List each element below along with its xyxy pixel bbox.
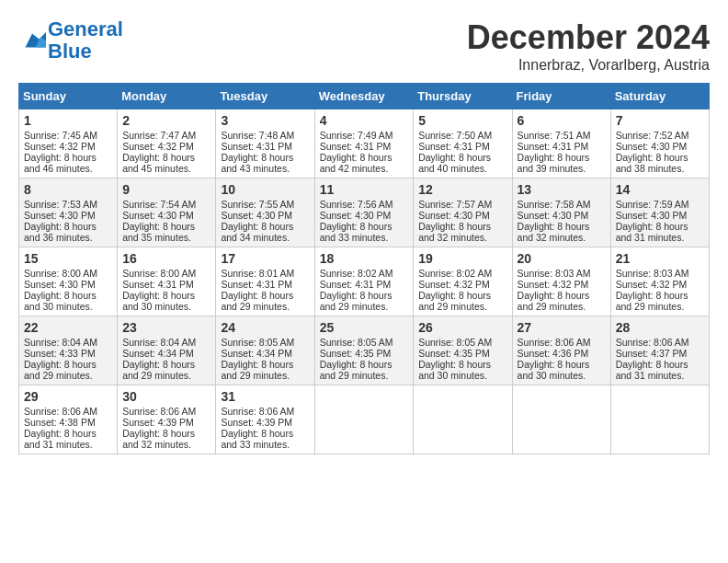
cell-line: Sunset: 4:32 PM [418, 279, 506, 290]
cell-line: Sunset: 4:37 PM [616, 348, 704, 359]
day-number: 31 [221, 389, 309, 404]
cell-line: Sunset: 4:30 PM [518, 210, 606, 221]
day-number: 28 [616, 320, 704, 335]
cell-line: Sunset: 4:32 PM [518, 279, 606, 290]
calendar-cell: 28Sunrise: 8:06 AMSunset: 4:37 PMDayligh… [610, 316, 709, 385]
day-number: 4 [320, 113, 409, 128]
cell-line: and 29 minutes. [616, 301, 704, 312]
cell-line: and 29 minutes. [320, 370, 409, 381]
day-number: 3 [221, 113, 309, 128]
calendar-cell: 22Sunrise: 8:04 AMSunset: 4:33 PMDayligh… [19, 316, 118, 385]
cell-line: Sunset: 4:32 PM [122, 141, 210, 152]
day-number: 8 [24, 182, 112, 197]
calendar-cell: 4Sunrise: 7:49 AMSunset: 4:31 PMDaylight… [314, 109, 414, 178]
day-number: 20 [518, 251, 606, 266]
calendar-cell: 19Sunrise: 8:02 AMSunset: 4:32 PMDayligh… [414, 247, 512, 316]
cell-line: Daylight: 8 hours [221, 152, 309, 163]
cell-line: and 32 minutes. [122, 439, 210, 450]
cell-line: Sunset: 4:32 PM [24, 141, 112, 152]
cell-line: Sunset: 4:31 PM [320, 279, 409, 290]
cell-line: Daylight: 8 hours [518, 152, 606, 163]
cell-line: and 45 minutes. [122, 163, 210, 174]
cell-line: Daylight: 8 hours [418, 359, 506, 370]
cell-line: Sunset: 4:31 PM [518, 141, 606, 152]
cell-line: Sunrise: 8:06 AM [122, 406, 210, 417]
calendar-cell: 2Sunrise: 7:47 AMSunset: 4:32 PMDaylight… [118, 109, 216, 178]
cell-line: Daylight: 8 hours [320, 290, 409, 301]
cell-line: Sunset: 4:30 PM [24, 279, 112, 290]
day-number: 2 [122, 113, 210, 128]
cell-line: Sunrise: 8:02 AM [320, 268, 409, 279]
cell-line: Daylight: 8 hours [518, 290, 606, 301]
day-number: 19 [418, 251, 506, 266]
calendar-cell: 10Sunrise: 7:55 AMSunset: 4:30 PMDayligh… [216, 178, 314, 247]
cell-line: Sunrise: 7:52 AM [616, 130, 704, 141]
cell-line: Sunrise: 7:45 AM [24, 130, 112, 141]
calendar-week-row: 15Sunrise: 8:00 AMSunset: 4:30 PMDayligh… [19, 247, 710, 316]
logo-line1: General [48, 17, 123, 40]
cell-line: Sunrise: 8:03 AM [616, 268, 704, 279]
cell-line: Sunrise: 7:49 AM [320, 130, 409, 141]
day-number: 6 [518, 113, 606, 128]
cell-line: Sunset: 4:39 PM [221, 417, 309, 428]
cell-line: Sunset: 4:30 PM [418, 210, 506, 221]
calendar-week-row: 1Sunrise: 7:45 AMSunset: 4:32 PMDaylight… [19, 109, 710, 178]
cell-line: Sunrise: 7:51 AM [518, 130, 606, 141]
cell-line: and 32 minutes. [418, 232, 506, 243]
day-number: 26 [418, 320, 506, 335]
calendar-cell: 30Sunrise: 8:06 AMSunset: 4:39 PMDayligh… [118, 385, 216, 454]
cell-line: Sunset: 4:31 PM [418, 141, 506, 152]
cell-line: and 33 minutes. [320, 232, 409, 243]
cell-line: Daylight: 8 hours [221, 221, 309, 232]
cell-line: and 30 minutes. [418, 370, 506, 381]
day-number: 5 [418, 113, 506, 128]
cell-line: Sunrise: 7:59 AM [616, 199, 704, 210]
cell-line: Daylight: 8 hours [221, 428, 309, 439]
calendar-cell: 21Sunrise: 8:03 AMSunset: 4:32 PMDayligh… [610, 247, 709, 316]
calendar-cell: 16Sunrise: 8:00 AMSunset: 4:31 PMDayligh… [118, 247, 216, 316]
calendar-cell: 14Sunrise: 7:59 AMSunset: 4:30 PMDayligh… [610, 178, 709, 247]
cell-line: Daylight: 8 hours [418, 221, 506, 232]
cell-line: Sunrise: 8:04 AM [24, 337, 112, 348]
cell-line: and 29 minutes. [518, 301, 606, 312]
day-number: 27 [518, 320, 606, 335]
cell-line: Sunset: 4:34 PM [221, 348, 309, 359]
cell-line: Daylight: 8 hours [320, 152, 409, 163]
cell-line: and 29 minutes. [221, 370, 309, 381]
day-number: 11 [320, 182, 409, 197]
logo: General Blue [18, 18, 123, 63]
calendar-cell [512, 385, 610, 454]
calendar-cell: 24Sunrise: 8:05 AMSunset: 4:34 PMDayligh… [216, 316, 314, 385]
calendar-cell: 7Sunrise: 7:52 AMSunset: 4:30 PMDaylight… [610, 109, 709, 178]
cell-line: Daylight: 8 hours [24, 221, 112, 232]
weekday-header-cell: Sunday [19, 84, 118, 109]
day-number: 21 [616, 251, 704, 266]
cell-line: Sunset: 4:35 PM [320, 348, 409, 359]
calendar-cell [610, 385, 709, 454]
cell-line: Daylight: 8 hours [418, 152, 506, 163]
cell-line: Daylight: 8 hours [221, 359, 309, 370]
cell-line: Daylight: 8 hours [24, 428, 112, 439]
day-number: 22 [24, 320, 112, 335]
calendar-cell: 6Sunrise: 7:51 AMSunset: 4:31 PMDaylight… [512, 109, 610, 178]
cell-line: and 30 minutes. [122, 301, 210, 312]
cell-line: Sunset: 4:33 PM [24, 348, 112, 359]
cell-line: Sunrise: 8:06 AM [24, 406, 112, 417]
cell-line: and 38 minutes. [616, 163, 704, 174]
cell-line: Sunrise: 7:47 AM [122, 130, 210, 141]
calendar-cell: 13Sunrise: 7:58 AMSunset: 4:30 PMDayligh… [512, 178, 610, 247]
cell-line: and 31 minutes. [24, 439, 112, 450]
day-number: 25 [320, 320, 409, 335]
cell-line: Sunrise: 7:56 AM [320, 199, 409, 210]
day-number: 23 [122, 320, 210, 335]
weekday-header-cell: Monday [118, 84, 216, 109]
calendar-cell: 17Sunrise: 8:01 AMSunset: 4:31 PMDayligh… [216, 247, 314, 316]
cell-line: Daylight: 8 hours [616, 221, 704, 232]
day-number: 16 [122, 251, 210, 266]
weekday-header-cell: Friday [512, 84, 610, 109]
cell-line: Sunrise: 7:54 AM [122, 199, 210, 210]
weekday-header-cell: Wednesday [314, 84, 414, 109]
cell-line: and 40 minutes. [418, 163, 506, 174]
calendar-cell: 1Sunrise: 7:45 AMSunset: 4:32 PMDaylight… [19, 109, 118, 178]
calendar-cell: 5Sunrise: 7:50 AMSunset: 4:31 PMDaylight… [414, 109, 512, 178]
